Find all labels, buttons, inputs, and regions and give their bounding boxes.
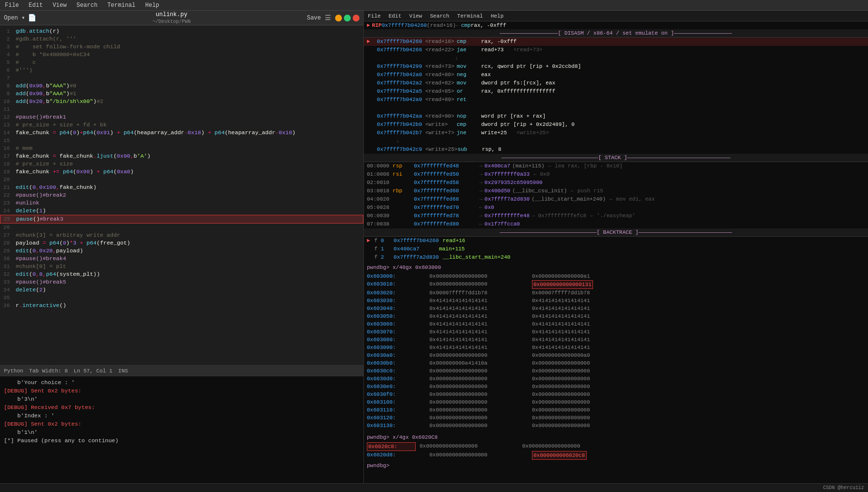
mem-highlighted-val: 0x0000000000000131 xyxy=(532,280,593,289)
menu-view[interactable]: View xyxy=(48,1,72,10)
bt-line-2: f 2 0x7ffff7a2d830 __libc_start_main+240 xyxy=(364,253,868,262)
menu-edit[interactable]: Edit xyxy=(24,1,48,10)
mem-row-22: 0x6020d8: 0x0000000000000000 0x000000006… xyxy=(367,451,865,460)
language-selector[interactable]: Python xyxy=(4,368,23,374)
code-line-36: 36 r.interactive() xyxy=(0,302,363,309)
main-container: Open ▾ 📄 unlink.py ~/Desktop/PWN Save ☰ … xyxy=(0,11,868,483)
term-line-8: [*] Paused (press any to continue) xyxy=(4,436,360,445)
code-line-12: 12 #pause()#break1 xyxy=(0,113,363,121)
code-line-16: 16 # mem xyxy=(0,144,363,152)
stack-line-5: 05:0028 0x7fffffffed70 ← 0x0 xyxy=(364,204,868,212)
mem-row-19: 0x603120: 0x0000000000000000 0x000000000… xyxy=(367,414,865,422)
status-text: CSDN @hercu1iz xyxy=(823,485,864,491)
mem-row-7: 0x603060: 0x4141414141414141 0x414141414… xyxy=(367,320,865,328)
menu-terminal[interactable]: Terminal xyxy=(103,1,141,10)
disasm-line-arrow: ↓ xyxy=(364,54,868,62)
top-menubar: File Edit View Search Terminal Help xyxy=(0,0,868,11)
rip-operands: rax, -0xfff xyxy=(471,22,507,28)
mem-prompt-2[interactable]: pwndbg> x/4gx 0x6020C8 xyxy=(367,433,865,441)
menu-search[interactable]: Search xyxy=(71,1,102,10)
dbg-menu-view[interactable]: View xyxy=(409,13,422,19)
rip-offset: (read+16) xyxy=(427,22,456,28)
code-line-35: 35 xyxy=(0,294,363,302)
tab-width-selector[interactable]: Tab Width: 8 xyxy=(29,368,68,374)
final-prompt[interactable]: pwndbg> xyxy=(367,462,865,470)
dbg-menu-help[interactable]: Help xyxy=(491,13,504,19)
code-line-4: 4 # b *0x400000+0xC34 xyxy=(0,51,363,59)
backtrace-header: ——————————————————————————————[ BACKTRAC… xyxy=(364,228,868,237)
terminal-panel: b'Your choice : ' [DEBUG] Sent 0x2 bytes… xyxy=(0,376,363,483)
cursor-position: Ln 57, Col 1 xyxy=(74,368,112,374)
dbg-menu-file[interactable]: File xyxy=(368,13,381,19)
rip-arrow-right: ← xyxy=(456,22,459,28)
code-line-26: 26 xyxy=(0,224,363,231)
menu-help[interactable]: Help xyxy=(140,1,164,10)
stack-line-4: 04:0020 0x7fffffffed68 → 0x7ffff7a2d830 … xyxy=(364,195,868,204)
code-line-25-highlighted: 25 pause()#break3 xyxy=(0,215,363,224)
editor-statusbar: Python Tab Width: 8 Ln 57, Col 1 INS xyxy=(0,365,363,376)
code-line-7: 7 xyxy=(0,74,363,82)
bt-line-0: ► f 0 0x7ffff7b04260 read+16 xyxy=(364,237,868,245)
code-line-27: 27 #chunk[3] = arbitray write addr xyxy=(0,231,363,239)
term-line-2: [DEBUG] Sent 0x2 bytes: xyxy=(4,387,360,395)
minimize-button[interactable] xyxy=(335,15,342,21)
code-line-21: 21 edit(0,0x100,fake_chunk) xyxy=(0,184,363,191)
editor-titlebar: Open ▾ 📄 unlink.py ~/Desktop/PWN Save ☰ xyxy=(0,11,363,25)
editor-path: ~/Desktop/PWN xyxy=(152,19,191,24)
mem-row-12: 0x6030b0: 0x000000000a41410a 0x000000000… xyxy=(367,359,865,367)
disasm-line-blank xyxy=(364,104,868,112)
disasm-line-6: 0x7ffff7b042a5 <read+85> or rax, 0xfffff… xyxy=(364,87,868,96)
stack-line-6: 06:0030 0x7fffffffed78 → 0x7ffffffffe48 … xyxy=(364,212,868,220)
mem-row-9: 0x603080: 0x4141414141414141 0x414141414… xyxy=(367,336,865,344)
disasm-header: ——————————————————[ DISASM / x86-64 / se… xyxy=(364,29,868,38)
dbg-menu-terminal[interactable]: Terminal xyxy=(457,13,483,19)
hamburger-icon[interactable]: ☰ xyxy=(325,14,331,22)
stack-line-7: 07:0038 0x7fffffffed80 ← 0x1f7ffcca0 xyxy=(364,220,868,228)
code-line-20: 20 xyxy=(0,176,363,184)
mem-addr-highlight: 0x6020c8: xyxy=(367,442,416,451)
code-line-1: 1 gdb.attach(r) xyxy=(0,27,363,35)
mem-row-13: 0x6030c0: 0x0000000000000000 0x000000000… xyxy=(367,367,865,375)
code-line-10: 10 add(0x20,b"/bin/sh\x00")#2 xyxy=(0,98,363,105)
code-line-33: 33 #pause()#break5 xyxy=(0,278,363,286)
debugger-titlebar: File Edit View Search Terminal Help xyxy=(364,11,868,21)
dbg-menu-edit[interactable]: Edit xyxy=(388,13,401,19)
save-button[interactable]: Save xyxy=(307,15,321,21)
code-line-3: 3 # set follow-fork-mode child xyxy=(0,43,363,51)
stack-line-1: 01:0008 rsi 0x7fffffffed50 → 0x7fffffff0… xyxy=(364,170,868,179)
code-line-30: 30 #pause()#break4 xyxy=(0,255,363,263)
debugger-content[interactable]: ► RIP 0x7ffff7b04260 (read+16) ← cmp rax… xyxy=(364,21,868,483)
term-line-3: b'3\n' xyxy=(4,395,360,403)
mem-row-6: 0x603050: 0x4141414141414141 0x414141414… xyxy=(367,312,865,320)
open-button[interactable]: Open ▾ xyxy=(4,14,25,21)
code-line-18: 18 # pre_size + size xyxy=(0,160,363,168)
maximize-button[interactable] xyxy=(344,15,351,21)
stack-line-3: 03:0018 rbp 0x7fffffffed60 → 0x400d50 (_… xyxy=(364,187,868,195)
window-controls xyxy=(335,15,360,21)
mem-row-17: 0x603100: 0x0000000000000000 0x000000000… xyxy=(367,398,865,406)
code-line-31: 31 #chunk[0] = plt xyxy=(0,263,363,270)
disasm-line-9: 0x7ffff7b042b0 <write> cmp dword ptr [ri… xyxy=(364,121,868,129)
disasm-line-5: 0x7ffff7b042a2 <read+82> mov dword ptr f… xyxy=(364,79,868,87)
code-area[interactable]: 1 gdb.attach(r) 2 #gdb.attach(r, ''' 3 #… xyxy=(0,25,363,365)
status-bar: CSDN @hercu1iz xyxy=(0,483,868,492)
disasm-line-arrow2: ↓ xyxy=(364,137,868,145)
mem-val-highlight: 0x000000006020c8 xyxy=(532,451,587,460)
mem-row-8: 0x603070: 0x4141414141414141 0x414141414… xyxy=(367,328,865,336)
term-line-4: [DEBUG] Received 0x7 bytes: xyxy=(4,403,360,411)
dbg-menu-search[interactable]: Search xyxy=(430,13,449,19)
bt-line-1: f 1 0x400ca7 main+115 xyxy=(364,245,868,253)
term-line-6: [DEBUG] Sent 0x2 bytes: xyxy=(4,420,360,428)
debugger-panel: File Edit View Search Terminal Help ► RI… xyxy=(364,11,868,483)
disasm-line-10: 0x7ffff7b042b7 <write+7> jne write+25 <w… xyxy=(364,129,868,137)
mem-prompt-1[interactable]: pwndbg> x/40gx 0x603000 xyxy=(367,264,865,271)
menu-file[interactable]: File xyxy=(0,1,24,10)
mem-row-11: 0x6030a0: 0x0000000000000090 0x000000000… xyxy=(367,351,865,359)
mem-row-20: 0x603130: 0x0000000000000000 0x000000000… xyxy=(367,422,865,430)
mem-row-16: 0x6030f0: 0x0000000000000000 0x000000000… xyxy=(367,390,865,398)
close-button[interactable] xyxy=(353,15,360,21)
mem-row-4: 0x603030: 0x4141414141414141 0x414141414… xyxy=(367,297,865,305)
editor-mode: INS xyxy=(118,368,128,374)
term-line-5: b'Index : ' xyxy=(4,411,360,420)
stack-header: ——————————————————————————————[ STACK ]—… xyxy=(364,154,868,162)
